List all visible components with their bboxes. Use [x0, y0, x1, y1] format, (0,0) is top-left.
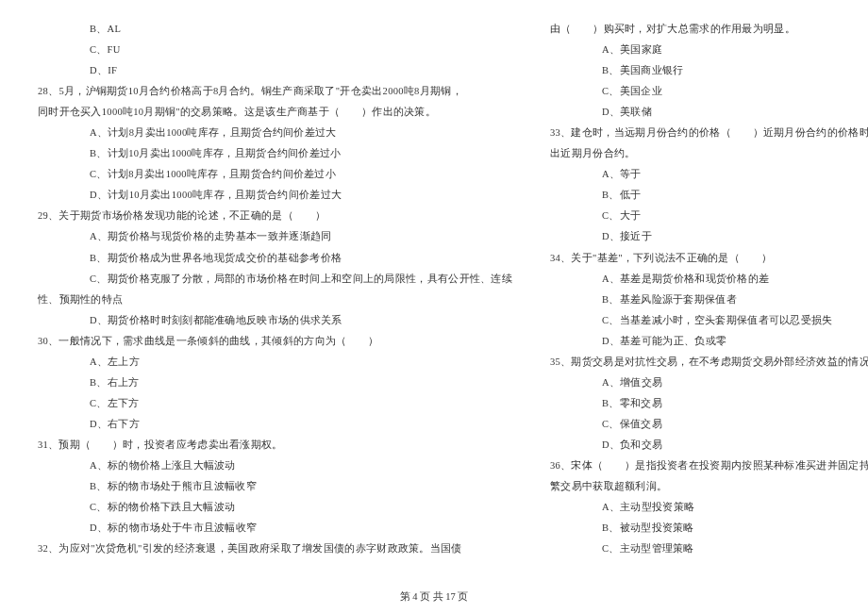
option: C、计划8月卖出1000吨库存，且期货合约间价差过小 — [38, 164, 512, 185]
option: C、保值交易 — [550, 414, 868, 435]
question-stem: 36、宋体（ ）是指投资者在投资期内按照某种标准买进并固定持有一组证券，而不是在… — [550, 456, 868, 476]
option: C、FU — [38, 40, 512, 60]
option: A、增值交易 — [550, 373, 868, 393]
option: A、主动型投资策略 — [550, 497, 868, 518]
option: B、零和交易 — [550, 393, 868, 414]
option: A、标的物价格上涨且大幅波动 — [38, 456, 512, 476]
option: C、标的物价格下跌且大幅波动 — [38, 497, 512, 518]
right-column: 由（ ）购买时，对扩大总需求的作用最为明显。 A、美国家庭 B、美国商业银行 C… — [531, 19, 868, 556]
option: B、右上方 — [38, 373, 512, 393]
option: C、当基差减小时，空头套期保值者可以忍受损失 — [550, 310, 868, 331]
option: B、计划10月卖出1000吨库存，且期货合约间价差过小 — [38, 143, 512, 164]
option: A、美国家庭 — [550, 40, 868, 60]
option: D、接近于 — [550, 226, 868, 247]
option: C、美国企业 — [550, 81, 868, 102]
question-stem-cont: 出近期月份合约。 — [550, 143, 868, 164]
option: A、左上方 — [38, 352, 512, 373]
option: D、IF — [38, 60, 512, 81]
question-stem-cont: 同时开仓买入1000吨10月期铜"的交易策略。这是该生产商基于（ ）作出的决策。 — [38, 102, 512, 123]
option: D、负和交易 — [550, 435, 868, 456]
option: A、计划8月卖出1000吨库存，且期货合约间价差过大 — [38, 123, 512, 143]
option: D、基差可能为正、负或零 — [550, 331, 868, 352]
option: B、被动型投资策略 — [550, 518, 868, 538]
left-column: B、AL C、FU D、IF 28、5月，沪铜期货10月合约价格高于8月合约。铜… — [38, 19, 531, 556]
option: A、期货价格与现货价格的走势基本一致并逐渐趋同 — [38, 226, 512, 247]
option: B、美国商业银行 — [550, 60, 868, 81]
option: D、美联储 — [550, 102, 868, 123]
question-stem: 30、一般情况下，需求曲线是一条倾斜的曲线，其倾斜的方向为（ ） — [38, 331, 512, 352]
option: D、标的物市场处于牛市且波幅收窄 — [38, 518, 512, 538]
option: C、大于 — [550, 206, 868, 226]
option: B、低于 — [550, 185, 868, 206]
question-stem: 33、建仓时，当远期月份合约的价格（ ）近期月份合约的价格时，做空头的投机者应该… — [550, 123, 868, 143]
option: A、基差是期货价格和现货价格的差 — [550, 269, 868, 290]
option: D、期货价格时时刻刻都能准确地反映市场的供求关系 — [38, 310, 512, 331]
question-stem: 31、预期（ ）时，投资者应考虑卖出看涨期权。 — [38, 435, 512, 456]
page-footer: 第 4 页 共 17 页 — [0, 590, 868, 604]
question-stem: 32、为应对"次贷危机"引发的经济衰退，美国政府采取了增发国债的赤字财政政策。当… — [38, 538, 512, 559]
option: A、等于 — [550, 164, 868, 185]
option: D、计划10月卖出1000吨库存，且期货合约间价差过大 — [38, 185, 512, 206]
option: B、基差风险源于套期保值者 — [550, 290, 868, 310]
question-stem-cont: 由（ ）购买时，对扩大总需求的作用最为明显。 — [550, 19, 868, 40]
option-cont: 性、预期性的特点 — [38, 290, 512, 310]
option: D、右下方 — [38, 414, 512, 435]
option: B、期货价格成为世界各地现货成交价的基础参考价格 — [38, 248, 512, 269]
option: C、主动型管理策略 — [550, 538, 868, 559]
question-stem: 28、5月，沪铜期货10月合约价格高于8月合约。铜生产商采取了"开仓卖出2000… — [38, 81, 512, 102]
question-stem: 35、期货交易是对抗性交易，在不考虑期货交易外部经济效益的情况下，期货交易是（ … — [550, 352, 868, 373]
option: B、AL — [38, 19, 512, 40]
option: B、标的物市场处于熊市且波幅收窄 — [38, 476, 512, 497]
page-content: B、AL C、FU D、IF 28、5月，沪铜期货10月合约价格高于8月合约。铜… — [0, 0, 868, 585]
question-stem: 34、关于"基差"，下列说法不正确的是（ ） — [550, 248, 868, 269]
option: C、期货价格克服了分散，局部的市场价格在时间上和空间上的局限性，具有公开性、连续 — [38, 269, 512, 290]
option: C、左下方 — [38, 393, 512, 414]
question-stem: 29、关于期货市场价格发现功能的论述，不正确的是（ ） — [38, 206, 512, 226]
question-stem-cont: 繁交易中获取超额利润。 — [550, 476, 868, 497]
